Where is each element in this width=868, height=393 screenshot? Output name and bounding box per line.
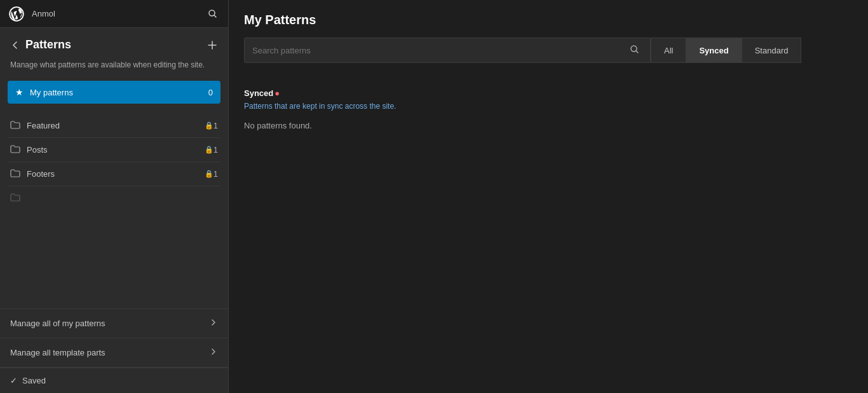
sidebar: Anmol Patterns Manage what patterns are … — [0, 0, 229, 393]
my-patterns-item[interactable]: ★ My patterns 0 — [8, 81, 220, 104]
category-name: Posts — [27, 145, 202, 155]
sidebar-header: Patterns — [0, 28, 228, 57]
category-list: Featured 🔒 1 Posts 🔒 1 Footers 🔒 1 — [0, 114, 228, 308]
folder-icon — [10, 144, 20, 155]
sidebar-top-bar: Anmol — [0, 0, 228, 28]
search-button[interactable] — [627, 42, 642, 59]
plus-icon — [207, 39, 218, 51]
saved-label: Saved — [22, 376, 46, 385]
lock-icon: 🔒 — [205, 146, 214, 154]
my-patterns-count: 0 — [208, 88, 213, 97]
chevron-right-icon — [209, 318, 218, 329]
checkmark-icon: ✓ — [10, 376, 17, 385]
search-box — [244, 38, 651, 63]
manage-links: Manage all of my patterns Manage all tem… — [0, 308, 228, 368]
tab-all[interactable]: All — [651, 38, 686, 63]
manage-template-parts-label: Manage all template parts — [10, 348, 209, 357]
list-item-partial — [8, 186, 220, 210]
synced-section-heading: Synced● — [244, 88, 853, 98]
category-count: 1 — [214, 145, 218, 155]
chevron-right-icon — [209, 347, 218, 358]
folder-icon — [10, 120, 20, 131]
synced-dot: ● — [275, 88, 280, 98]
add-pattern-button[interactable] — [207, 39, 218, 51]
wordpress-logo[interactable] — [8, 5, 25, 23]
filter-tabs: All Synced Standard — [651, 38, 801, 63]
category-count: 1 — [214, 169, 218, 179]
sidebar-description: Manage what patterns are available when … — [0, 57, 228, 81]
my-patterns-label: My patterns — [30, 88, 208, 97]
list-item[interactable]: Featured 🔒 1 — [8, 114, 220, 138]
saved-bar: ✓ Saved — [0, 368, 228, 393]
content-area: Synced● Patterns that are kept in sync a… — [229, 73, 868, 393]
tab-standard[interactable]: Standard — [742, 38, 802, 63]
category-name: Featured — [27, 121, 202, 130]
folder-icon — [10, 193, 20, 203]
category-count: 1 — [214, 121, 218, 130]
back-arrow-icon — [10, 40, 20, 50]
manage-my-patterns-link[interactable]: Manage all of my patterns — [0, 309, 228, 338]
search-input[interactable] — [252, 46, 627, 55]
folder-icon — [10, 169, 20, 179]
search-icon — [208, 9, 218, 19]
sidebar-title: Patterns — [25, 38, 207, 52]
synced-description: Patterns that are kept in sync across th… — [244, 102, 853, 111]
category-name: Footers — [27, 169, 202, 179]
page-title: My Patterns — [244, 13, 853, 27]
lock-icon: 🔒 — [205, 121, 214, 130]
no-patterns-message: No patterns found. — [244, 121, 853, 130]
manage-my-patterns-label: Manage all of my patterns — [10, 319, 209, 328]
star-icon: ★ — [15, 87, 24, 97]
tab-synced[interactable]: Synced — [686, 38, 742, 63]
top-search-button[interactable] — [205, 6, 220, 22]
search-icon — [630, 45, 640, 55]
site-name: Anmol — [32, 9, 205, 18]
lock-icon: 🔒 — [205, 170, 214, 178]
main-header: My Patterns All Synced Standard — [229, 0, 868, 73]
manage-template-parts-link[interactable]: Manage all template parts — [0, 338, 228, 368]
back-button[interactable] — [10, 40, 20, 50]
list-item[interactable]: Posts 🔒 1 — [8, 138, 220, 162]
search-filter-bar: All Synced Standard — [244, 38, 853, 63]
main-content: My Patterns All Synced Standard Sync — [229, 0, 868, 393]
list-item[interactable]: Footers 🔒 1 — [8, 162, 220, 186]
